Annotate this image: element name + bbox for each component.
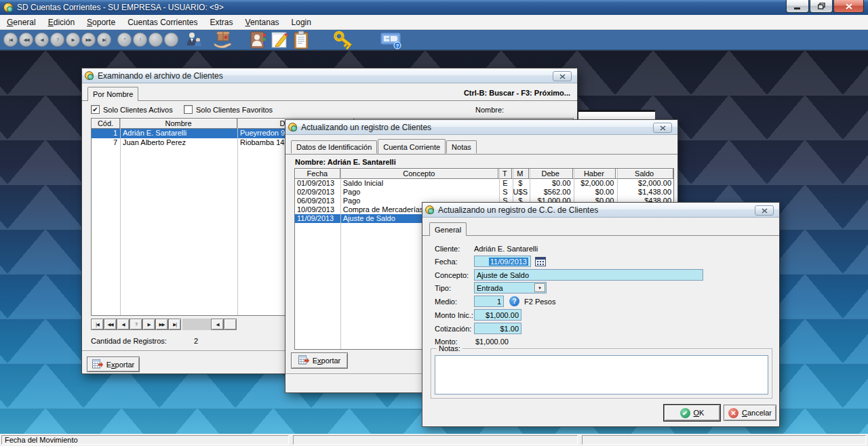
- toolbar-circle-button[interactable]: ◀: [35, 33, 49, 47]
- status-panel-3: [582, 435, 866, 445]
- ok-button[interactable]: ✔ OK: [664, 405, 720, 421]
- window2-title-bar[interactable]: Actualizando un registro de Clientes: [285, 120, 677, 135]
- medio-hint: F2 Pesos: [524, 298, 555, 306]
- window2-close-button[interactable]: [653, 123, 672, 133]
- export-icon: [298, 355, 309, 366]
- notas-label: Notas:: [437, 344, 462, 352]
- scrollbar-thumb[interactable]: [182, 319, 211, 330]
- cliente-label: Cliente:: [435, 245, 460, 253]
- calendar-icon[interactable]: [535, 256, 546, 268]
- menu-item[interactable]: Soporte: [81, 16, 121, 29]
- menu-item[interactable]: Extras: [205, 16, 239, 29]
- db-navigator: |◀ ◀◀ ◀ ? ▶ ▶▶ ▶|: [91, 319, 181, 330]
- record-count-value: 2: [194, 337, 198, 345]
- tab-general[interactable]: General: [429, 222, 467, 236]
- navigator-button[interactable]: ◀◀: [104, 319, 117, 330]
- fecha-selected-text: 11/09/2013: [489, 258, 528, 266]
- cliente-value: Adrián E. Santarelli: [474, 245, 538, 253]
- toolbar-circle-button[interactable]: [149, 33, 163, 47]
- window2-tab[interactable]: Notas: [446, 140, 477, 153]
- tipo-combobox[interactable]: Entrada ▼: [474, 282, 547, 293]
- toolbar-circle-button[interactable]: ▶|: [97, 33, 111, 47]
- export-button-clients[interactable]: Exportar: [87, 357, 140, 372]
- menu-item[interactable]: Cuentas Corrientes: [122, 16, 203, 29]
- fecha-label: Fecha:: [435, 258, 458, 266]
- cancel-button[interactable]: ✕ Cancelar: [724, 405, 776, 421]
- toolbar-circle-button[interactable]: [164, 33, 178, 47]
- clipboard-icon[interactable]: [293, 31, 309, 49]
- close-button[interactable]: [833, 0, 864, 13]
- concepto-input[interactable]: Ajuste de Saldo: [474, 269, 703, 281]
- medio-help-icon[interactable]: ?: [509, 296, 519, 306]
- fecha-input[interactable]: 11/09/2013: [474, 256, 531, 267]
- toolbar-nav-circles: |◀ ◀◀ ◀ ? ▶ ▶▶ ▶| ⌃ !: [2, 33, 178, 47]
- monto-value: $1,000.00: [475, 338, 509, 346]
- client-name-line: Nombre: Adrián E. Santarelli: [295, 158, 396, 166]
- app-title-bar: SD Cuentas Corrientes - SU EMPRESA - USU…: [0, 0, 868, 15]
- monto-inic-label: Monto Inic.:: [435, 311, 473, 319]
- contacts-icon[interactable]: [249, 31, 267, 49]
- checkbox-solo-clientes-activos[interactable]: ✔ Solo Clientes Activos: [91, 105, 173, 114]
- menu-item[interactable]: Edición: [43, 16, 80, 29]
- toolbar-circle-button[interactable]: ?: [50, 33, 64, 47]
- cancel-x-icon: ✕: [728, 408, 738, 418]
- restore-button[interactable]: [810, 0, 833, 13]
- toolbar-circle-button[interactable]: !: [133, 33, 147, 47]
- status-bar: Fecha del Movimiento: [0, 434, 868, 446]
- sd-help-icon[interactable]: ?: [380, 31, 403, 49]
- toolbar: |◀ ◀◀ ◀ ? ▶ ▶▶ ▶| ⌃ !: [0, 30, 868, 50]
- cotizacion-input[interactable]: $1.00: [474, 323, 521, 334]
- medio-input[interactable]: 1: [474, 296, 504, 307]
- navigator-button[interactable]: ▶: [142, 319, 155, 330]
- status-panel-2: [293, 435, 578, 445]
- menu-item[interactable]: General: [1, 16, 41, 29]
- navigator-button[interactable]: ◀: [117, 319, 130, 330]
- toolbar-circle-button[interactable]: ▶▶: [81, 33, 96, 47]
- export-label: Exportar: [106, 361, 135, 369]
- scroll-left-button[interactable]: ◀: [211, 319, 224, 330]
- tab-por-nombre[interactable]: Por Nombre: [87, 87, 138, 101]
- products-icon[interactable]: [212, 31, 233, 49]
- notas-groupbox: Notas:: [431, 348, 772, 399]
- checkbox-solo-clientes-favoritos[interactable]: Solo Clientes Favoritos: [184, 105, 273, 114]
- status-panel-hint: Fecha del Movimiento: [1, 435, 289, 445]
- window1-title-bar[interactable]: Examinando el archivo de Clientes: [82, 68, 577, 83]
- window3-title-bar[interactable]: Actualizando un registro de C.C. de Clie…: [422, 203, 779, 218]
- edit-icon[interactable]: [271, 31, 289, 49]
- window3-close-button[interactable]: [755, 205, 774, 216]
- clients-icon[interactable]: [185, 31, 203, 49]
- window3-coin-icon: [425, 205, 434, 214]
- scroll-blank-button[interactable]: [224, 319, 237, 330]
- window2-tab[interactable]: Datos de Identificación: [291, 140, 377, 153]
- export-button-cc[interactable]: Exportar: [291, 352, 348, 369]
- app-coin-icon: [3, 3, 13, 12]
- window1-title: Examinando el archivo de Clientes: [98, 71, 223, 81]
- window1-coin-icon: [85, 71, 94, 80]
- grid-hscrollbar: ◀: [182, 319, 237, 330]
- toolbar-circle-button[interactable]: |◀: [3, 33, 18, 47]
- monto-inic-input[interactable]: $1,000.00: [474, 309, 521, 321]
- concepto-label: Concepto:: [435, 271, 469, 279]
- navigator-button[interactable]: ▶|: [168, 319, 181, 330]
- export-label: Exportar: [313, 357, 341, 365]
- app-title: SD Cuentas Corrientes - SU EMPRESA - USU…: [17, 3, 224, 12]
- navigator-button[interactable]: ?: [130, 319, 142, 330]
- key-icon[interactable]: [332, 30, 355, 50]
- record-count-label: Cantidad de Registros:: [91, 337, 167, 345]
- menu-item[interactable]: Login: [286, 16, 317, 29]
- nombre-filter-label: Nombre:: [475, 106, 504, 114]
- notas-textarea[interactable]: [435, 355, 768, 394]
- tipo-label: Tipo:: [435, 284, 451, 292]
- toolbar-circle-button[interactable]: ◀◀: [19, 33, 33, 47]
- combo-dropdown-icon[interactable]: ▼: [534, 283, 545, 292]
- menu-item[interactable]: Ventanas: [240, 16, 285, 29]
- toolbar-circle-button[interactable]: ▶: [66, 33, 80, 47]
- minimize-button[interactable]: [786, 0, 809, 13]
- checkbox-empty-icon: [184, 105, 193, 114]
- toolbar-circle-button[interactable]: ⌃: [117, 33, 132, 47]
- navigator-button[interactable]: ▶▶: [155, 319, 168, 330]
- window2-tab[interactable]: Cuenta Corriente: [378, 139, 446, 154]
- navigator-button[interactable]: |◀: [91, 319, 104, 330]
- window1-close-button[interactable]: [553, 71, 572, 81]
- ok-check-icon: ✔: [680, 408, 690, 418]
